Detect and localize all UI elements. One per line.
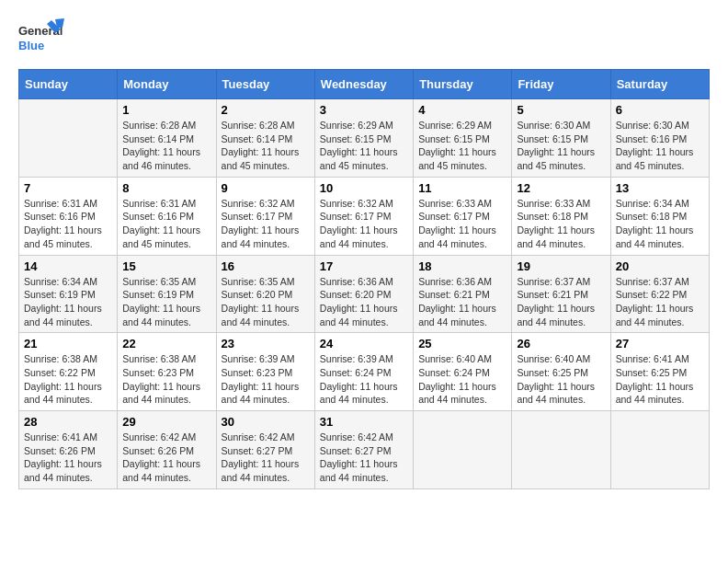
day-number: 28 bbox=[24, 415, 112, 429]
day-info: Sunrise: 6:31 AMSunset: 6:16 PMDaylight:… bbox=[122, 197, 210, 251]
page-header: General Blue bbox=[18, 18, 710, 60]
calendar-cell: 9Sunrise: 6:32 AMSunset: 6:17 PMDaylight… bbox=[216, 177, 314, 255]
calendar-cell: 2Sunrise: 6:28 AMSunset: 6:14 PMDaylight… bbox=[216, 99, 314, 178]
calendar-cell: 1Sunrise: 6:28 AMSunset: 6:14 PMDaylight… bbox=[118, 99, 216, 178]
day-number: 3 bbox=[320, 103, 408, 117]
calendar-cell: 10Sunrise: 6:32 AMSunset: 6:17 PMDayligh… bbox=[314, 177, 413, 255]
day-number: 8 bbox=[122, 181, 210, 195]
day-info: Sunrise: 6:30 AMSunset: 6:15 PMDaylight:… bbox=[517, 119, 605, 173]
day-number: 18 bbox=[418, 259, 506, 273]
calendar-cell: 7Sunrise: 6:31 AMSunset: 6:16 PMDaylight… bbox=[19, 177, 118, 255]
calendar-cell: 18Sunrise: 6:36 AMSunset: 6:21 PMDayligh… bbox=[414, 255, 512, 333]
day-info: Sunrise: 6:29 AMSunset: 6:15 PMDaylight:… bbox=[320, 119, 408, 173]
day-info: Sunrise: 6:28 AMSunset: 6:14 PMDaylight:… bbox=[222, 119, 310, 173]
day-number: 12 bbox=[517, 181, 605, 195]
day-header-tuesday: Tuesday bbox=[216, 70, 314, 99]
day-number: 9 bbox=[222, 181, 310, 195]
calendar-cell: 15Sunrise: 6:35 AMSunset: 6:19 PMDayligh… bbox=[118, 255, 216, 333]
logo-svg: General Blue bbox=[18, 18, 64, 60]
day-info: Sunrise: 6:41 AMSunset: 6:26 PMDaylight:… bbox=[24, 431, 112, 485]
day-number: 23 bbox=[222, 337, 310, 350]
day-number: 30 bbox=[222, 415, 310, 429]
day-number: 29 bbox=[122, 415, 210, 429]
calendar-cell: 27Sunrise: 6:41 AMSunset: 6:25 PMDayligh… bbox=[610, 333, 709, 411]
calendar-cell: 19Sunrise: 6:37 AMSunset: 6:21 PMDayligh… bbox=[512, 255, 610, 333]
day-info: Sunrise: 6:37 AMSunset: 6:22 PMDaylight:… bbox=[616, 275, 704, 329]
day-number: 11 bbox=[418, 181, 506, 195]
day-info: Sunrise: 6:33 AMSunset: 6:17 PMDaylight:… bbox=[418, 197, 506, 251]
day-info: Sunrise: 6:34 AMSunset: 6:18 PMDaylight:… bbox=[616, 197, 704, 251]
calendar-cell: 24Sunrise: 6:39 AMSunset: 6:24 PMDayligh… bbox=[314, 333, 413, 411]
calendar-cell: 4Sunrise: 6:29 AMSunset: 6:15 PMDaylight… bbox=[414, 99, 512, 178]
day-number: 1 bbox=[122, 103, 210, 117]
day-number: 20 bbox=[616, 259, 704, 273]
day-info: Sunrise: 6:28 AMSunset: 6:14 PMDaylight:… bbox=[122, 119, 210, 173]
calendar-cell: 8Sunrise: 6:31 AMSunset: 6:16 PMDaylight… bbox=[118, 177, 216, 255]
day-number: 21 bbox=[24, 337, 112, 350]
calendar-cell: 29Sunrise: 6:42 AMSunset: 6:26 PMDayligh… bbox=[118, 411, 216, 489]
calendar-cell bbox=[414, 411, 512, 489]
day-info: Sunrise: 6:31 AMSunset: 6:16 PMDaylight:… bbox=[24, 197, 112, 251]
day-header-monday: Monday bbox=[118, 70, 216, 99]
day-header-thursday: Thursday bbox=[414, 70, 512, 99]
day-number: 24 bbox=[320, 337, 408, 350]
day-number: 4 bbox=[418, 103, 506, 117]
day-number: 19 bbox=[517, 259, 605, 273]
day-number: 5 bbox=[517, 103, 605, 117]
calendar-cell bbox=[512, 411, 610, 489]
day-number: 22 bbox=[122, 337, 210, 350]
day-number: 25 bbox=[418, 337, 506, 350]
day-number: 13 bbox=[616, 181, 704, 195]
calendar-cell: 28Sunrise: 6:41 AMSunset: 6:26 PMDayligh… bbox=[19, 411, 118, 489]
day-number: 7 bbox=[24, 181, 112, 195]
day-info: Sunrise: 6:32 AMSunset: 6:17 PMDaylight:… bbox=[320, 197, 408, 251]
day-info: Sunrise: 6:30 AMSunset: 6:16 PMDaylight:… bbox=[616, 119, 704, 173]
calendar-cell: 17Sunrise: 6:36 AMSunset: 6:20 PMDayligh… bbox=[314, 255, 413, 333]
calendar-cell: 6Sunrise: 6:30 AMSunset: 6:16 PMDaylight… bbox=[610, 99, 709, 178]
day-info: Sunrise: 6:35 AMSunset: 6:20 PMDaylight:… bbox=[222, 275, 310, 329]
calendar-cell: 30Sunrise: 6:42 AMSunset: 6:27 PMDayligh… bbox=[216, 411, 314, 489]
calendar-cell: 22Sunrise: 6:38 AMSunset: 6:23 PMDayligh… bbox=[118, 333, 216, 411]
calendar-cell: 13Sunrise: 6:34 AMSunset: 6:18 PMDayligh… bbox=[610, 177, 709, 255]
day-info: Sunrise: 6:29 AMSunset: 6:15 PMDaylight:… bbox=[418, 119, 506, 173]
day-number: 17 bbox=[320, 259, 408, 273]
day-number: 15 bbox=[122, 259, 210, 273]
calendar-cell: 21Sunrise: 6:38 AMSunset: 6:22 PMDayligh… bbox=[19, 333, 118, 411]
calendar-cell: 5Sunrise: 6:30 AMSunset: 6:15 PMDaylight… bbox=[512, 99, 610, 178]
day-info: Sunrise: 6:35 AMSunset: 6:19 PMDaylight:… bbox=[122, 275, 210, 329]
calendar-cell: 25Sunrise: 6:40 AMSunset: 6:24 PMDayligh… bbox=[414, 333, 512, 411]
calendar-cell bbox=[19, 99, 118, 178]
day-number: 16 bbox=[222, 259, 310, 273]
logo: General Blue bbox=[18, 18, 64, 60]
calendar-cell: 11Sunrise: 6:33 AMSunset: 6:17 PMDayligh… bbox=[414, 177, 512, 255]
svg-text:Blue: Blue bbox=[18, 39, 44, 52]
day-number: 31 bbox=[320, 415, 408, 429]
day-number: 2 bbox=[222, 103, 310, 117]
calendar-cell: 16Sunrise: 6:35 AMSunset: 6:20 PMDayligh… bbox=[216, 255, 314, 333]
day-info: Sunrise: 6:32 AMSunset: 6:17 PMDaylight:… bbox=[222, 197, 310, 251]
calendar-cell: 14Sunrise: 6:34 AMSunset: 6:19 PMDayligh… bbox=[19, 255, 118, 333]
day-number: 14 bbox=[24, 259, 112, 273]
calendar-cell: 3Sunrise: 6:29 AMSunset: 6:15 PMDaylight… bbox=[314, 99, 413, 178]
calendar-cell: 23Sunrise: 6:39 AMSunset: 6:23 PMDayligh… bbox=[216, 333, 314, 411]
day-info: Sunrise: 6:42 AMSunset: 6:27 PMDaylight:… bbox=[320, 431, 408, 485]
day-header-wednesday: Wednesday bbox=[314, 70, 413, 99]
day-info: Sunrise: 6:42 AMSunset: 6:26 PMDaylight:… bbox=[122, 431, 210, 485]
calendar-cell: 31Sunrise: 6:42 AMSunset: 6:27 PMDayligh… bbox=[314, 411, 413, 489]
day-info: Sunrise: 6:40 AMSunset: 6:24 PMDaylight:… bbox=[418, 352, 506, 407]
day-info: Sunrise: 6:36 AMSunset: 6:20 PMDaylight:… bbox=[320, 275, 408, 329]
day-info: Sunrise: 6:36 AMSunset: 6:21 PMDaylight:… bbox=[418, 275, 506, 329]
day-number: 10 bbox=[320, 181, 408, 195]
day-info: Sunrise: 6:38 AMSunset: 6:23 PMDaylight:… bbox=[122, 352, 210, 407]
day-info: Sunrise: 6:40 AMSunset: 6:25 PMDaylight:… bbox=[517, 352, 605, 407]
day-info: Sunrise: 6:42 AMSunset: 6:27 PMDaylight:… bbox=[222, 431, 310, 485]
calendar-table: SundayMondayTuesdayWednesdayThursdayFrid… bbox=[18, 69, 710, 489]
calendar-cell: 12Sunrise: 6:33 AMSunset: 6:18 PMDayligh… bbox=[512, 177, 610, 255]
day-info: Sunrise: 6:33 AMSunset: 6:18 PMDaylight:… bbox=[517, 197, 605, 251]
day-number: 6 bbox=[616, 103, 704, 117]
calendar-cell bbox=[610, 411, 709, 489]
day-info: Sunrise: 6:39 AMSunset: 6:23 PMDaylight:… bbox=[222, 352, 310, 407]
day-header-saturday: Saturday bbox=[610, 70, 709, 99]
day-info: Sunrise: 6:38 AMSunset: 6:22 PMDaylight:… bbox=[24, 352, 112, 407]
calendar-cell: 20Sunrise: 6:37 AMSunset: 6:22 PMDayligh… bbox=[610, 255, 709, 333]
